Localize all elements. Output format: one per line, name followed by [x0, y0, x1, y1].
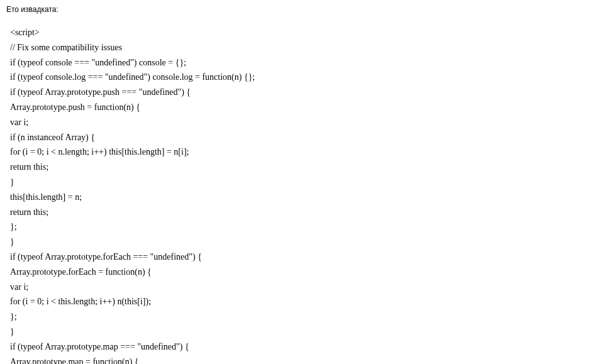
excerpt-header: Ето извадката: [6, 5, 606, 14]
code-line: var i; [10, 115, 606, 130]
code-block: <script>// Fix some compatibility issues… [6, 25, 606, 364]
code-line: if (typeof console === "undefined") cons… [10, 55, 606, 70]
code-line: if (typeof Array.prototype.forEach === "… [10, 250, 606, 265]
code-line: return this; [10, 160, 606, 175]
code-line: Array.prototype.map = function(n) { [10, 355, 606, 364]
code-line: if (n instanceof Array) { [10, 130, 606, 145]
code-line: } [10, 324, 606, 339]
code-line: for (i = 0; i < n.length; i++) this[this… [10, 145, 606, 160]
code-line: if (typeof Array.prototype.map === "unde… [10, 339, 606, 355]
code-line: for (i = 0; i < this.length; i++) n(this… [10, 294, 606, 309]
code-line: var i; [10, 280, 606, 295]
code-line: Array.prototype.forEach = function(n) { [10, 265, 606, 280]
code-line: if (typeof Array.prototype.push === "und… [10, 85, 606, 100]
code-line: // Fix some compatibility issues [10, 40, 606, 55]
code-line: } [10, 234, 606, 250]
code-line: }; [10, 219, 606, 234]
code-line: <script> [10, 25, 606, 40]
code-line: } [10, 175, 606, 190]
code-line: if (typeof console.log === "undefined") … [10, 70, 606, 85]
code-line: return this; [10, 205, 606, 220]
code-line: Array.prototype.push = function(n) { [10, 100, 606, 115]
code-line: this[this.length] = n; [10, 190, 606, 205]
code-line: }; [10, 309, 606, 324]
